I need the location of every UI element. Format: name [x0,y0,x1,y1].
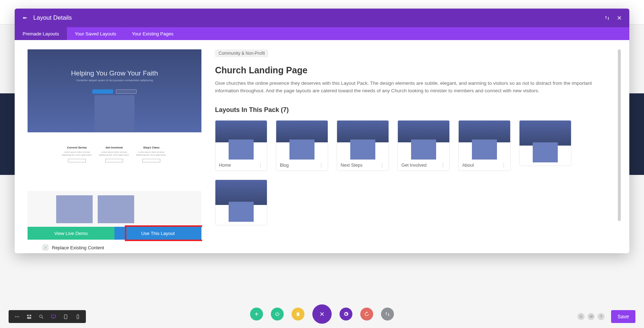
layout-card[interactable] [519,120,571,166]
portability-icon[interactable] [381,308,394,320]
tab-premade[interactable]: Premade Layouts [15,27,67,40]
desktop-icon[interactable] [47,310,59,323]
layout-card[interactable]: Get Involved⋮ [397,120,450,171]
layout-preview: Helping You Grow Your Faith Curabitur al… [28,49,201,232]
layouts-heading: Layouts In This Pack (7) [215,106,612,114]
details-pane: Community & Non-Profit Church Landing Pa… [202,40,629,253]
help-small-icon[interactable]: ? [597,313,605,320]
builder-toolbar [250,304,394,324]
svg-line-13 [581,317,582,318]
zoom-icon[interactable] [35,310,47,323]
scrollbar-thumb[interactable] [618,49,621,221]
close-icon[interactable] [616,14,623,21]
history-icon[interactable] [360,308,373,320]
menu-icon[interactable] [11,310,23,323]
category-badge: Community & Non-Profit [215,49,268,57]
svg-point-0 [15,316,16,317]
layout-card[interactable]: Next Steps⋮ [337,120,389,171]
page-title: Church Landing Page [215,65,612,75]
save-button[interactable]: Save [611,310,635,323]
replace-existing-checkbox[interactable]: ✓ [43,245,48,250]
layers-small-icon[interactable] [587,313,595,320]
svg-rect-9 [53,318,54,318]
wireframe-icon[interactable] [23,310,35,323]
card-label: Blog [280,163,289,168]
trash-icon[interactable] [292,308,304,320]
back-icon[interactable] [21,14,28,21]
layout-card[interactable]: Home⋮ [215,120,267,171]
svg-rect-10 [64,314,67,318]
preview-pane: Helping You Grow Your Faith Curabitur al… [15,40,202,253]
add-icon[interactable] [250,308,263,320]
layout-card[interactable] [215,180,267,225]
view-demo-button[interactable]: View Live Demo [28,227,114,240]
card-label: Home [219,163,231,168]
card-menu-icon[interactable]: ⋮ [380,164,385,167]
phone-icon[interactable] [72,310,84,323]
layout-card[interactable]: About⋮ [458,120,511,171]
card-label: About [462,163,474,168]
preview-hero-sub: Curabitur aliquet quam id dui posuere co… [28,79,201,82]
svg-rect-3 [27,314,28,316]
card-menu-icon[interactable]: ⋮ [258,164,263,167]
layout-details-modal: Layout Details Premade Layouts Your Save… [15,9,629,253]
card-menu-icon[interactable]: ⋮ [319,164,324,167]
card-label: Get Involved [401,163,426,168]
preview-btn-b [116,89,137,94]
svg-point-2 [18,316,19,317]
use-layout-button[interactable]: Use This Layout [114,227,201,240]
tab-existing[interactable]: Your Existing Pages [124,27,181,40]
preview-btn-a [92,89,113,94]
search-small-icon[interactable] [577,313,585,320]
svg-point-6 [39,315,42,318]
card-menu-icon[interactable]: ⋮ [440,164,446,167]
layout-cards: Home⋮ Blog⋮ Next Steps⋮ Get Involved⋮ Ab… [215,120,612,225]
preview-hero-title: Helping You Grow Your Faith [28,69,201,77]
modal-tabs: Premade Layouts Your Saved Layouts Your … [15,27,629,40]
sort-icon[interactable] [604,14,611,21]
modal-header: Layout Details [15,9,629,27]
svg-point-1 [16,316,18,317]
card-menu-icon[interactable]: ⋮ [501,164,507,167]
svg-rect-4 [29,314,31,316]
toggle-icon[interactable] [312,304,332,324]
tablet-icon[interactable] [59,310,72,323]
viewport-toolbar [9,310,86,323]
svg-line-7 [42,317,43,318]
tab-saved[interactable]: Your Saved Layouts [67,27,124,40]
layout-card[interactable]: Blog⋮ [276,120,328,171]
footer-right: ? Save [577,310,635,323]
modal-title: Layout Details [33,14,72,21]
svg-rect-11 [77,314,79,318]
settings-icon[interactable] [340,308,352,320]
card-label: Next Steps [341,163,362,168]
replace-existing-label: Replace Existing Content [52,245,104,250]
svg-rect-5 [27,317,31,318]
svg-point-12 [580,315,582,317]
replace-existing-row[interactable]: ✓ Replace Existing Content [43,245,104,250]
power-icon[interactable] [271,308,284,320]
page-description: Give churches the online presence they d… [215,80,612,95]
svg-rect-8 [51,315,55,318]
